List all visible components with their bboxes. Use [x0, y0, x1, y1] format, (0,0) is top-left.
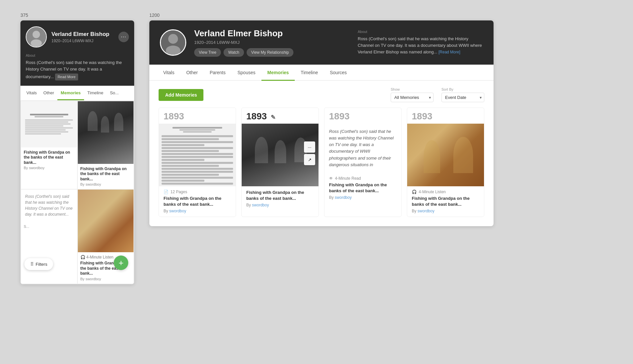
show-select-wrap: All Memories — [391, 93, 434, 102]
left-header-dates: 1920–2014 L6WW-MXJ — [51, 39, 114, 43]
memory-text: Ross (Corthel's son) said that he was wa… — [21, 190, 77, 221]
list-item: Fishing with Grandpa on the banks of the… — [21, 101, 77, 189]
right-about-label: About — [358, 30, 483, 34]
author-link-4[interactable]: swordboy — [417, 209, 434, 213]
memory-doc-image — [21, 101, 77, 147]
add-memory-button[interactable]: + — [114, 256, 128, 270]
view-my-relationship-button[interactable]: View My Relationship — [247, 48, 294, 57]
more-options-button[interactable]: ··· — [118, 32, 129, 42]
watch-button[interactable]: Watch — [224, 48, 244, 57]
nav-spouses[interactable]: Spouses — [231, 65, 261, 81]
table-row: 1893 — [159, 107, 236, 217]
left-nav: Vitals Other Memories Timeline So... — [20, 86, 134, 101]
memory-title-1: Fishing with Grandpa on the banks of the… — [164, 196, 231, 207]
author-link-1[interactable]: swordboy — [169, 209, 186, 213]
memory-info: Fishing with Grandpa on the banks of the… — [78, 164, 134, 189]
left-read-more-button[interactable]: Read More — [55, 74, 78, 80]
right-about-text: Ross (Corthel's son) said that he was wa… — [358, 36, 483, 55]
memory-author: By swordboy — [24, 166, 75, 170]
doc-icon-1: 📄 — [164, 190, 168, 194]
left-header-info: Verland Elmer Bishop 1920–2014 L6WW-MXJ — [51, 31, 114, 43]
doc-content — [162, 126, 233, 186]
memory-author: By swordboy — [80, 277, 131, 281]
memory-doc-image-1 — [159, 124, 236, 186]
about-text: Ross (Corthel's son) said that he was wa… — [26, 59, 129, 80]
edit-year-icon[interactable]: ✎ — [271, 114, 276, 121]
add-memories-button[interactable]: Add Memories — [159, 89, 203, 101]
dots-icon: ··· — [308, 145, 311, 150]
left-nav-sources[interactable]: So... — [106, 86, 122, 100]
nav-parents[interactable]: Parents — [204, 65, 231, 81]
memory-meta-2: Fishing with Grandpa on the banks of the… — [242, 186, 318, 211]
nav-timeline[interactable]: Timeline — [295, 65, 324, 81]
doc-pages-1: 12 Pages — [170, 190, 187, 194]
filters-button[interactable]: ⠿ Filters — [24, 258, 53, 270]
memory-author-1: By swordboy — [164, 209, 231, 213]
right-header: Verland Elmer Bishop 1920–2014 L6WW-MXJ … — [149, 20, 494, 65]
memory-year-3: 1893 — [324, 108, 401, 124]
audio-duration-4: 4-Minute Listen — [419, 190, 446, 194]
memory-meta-3: 👁 4-Minute Read Fishing with Grandpa on … — [324, 173, 401, 203]
right-header-name: Verland Elmer Bishop — [194, 28, 350, 39]
memory-info: S... — [21, 221, 77, 231]
share-icon: ↗ — [308, 157, 312, 162]
memory-year-4: 1893 — [407, 108, 484, 124]
right-nav: Vitals Other Parents Spouses Memories Ti… — [149, 65, 494, 81]
left-nav-other[interactable]: Other — [40, 86, 58, 100]
nav-other[interactable]: Other — [180, 65, 204, 81]
view-tree-button[interactable]: View Tree — [194, 48, 221, 57]
memory-info: Fishing with Grandpa on the banks of the… — [21, 147, 77, 173]
left-nav-timeline[interactable]: Timeline — [84, 86, 107, 100]
memory-meta-1: 📄 12 Pages Fishing with Grandpa on the b… — [159, 186, 236, 217]
svg-point-2 — [31, 40, 42, 47]
author-link-3[interactable]: swordboy — [335, 195, 351, 200]
memory-photo-wrapper-2: ··· ↗ — [242, 124, 318, 186]
audio-icon-4: 🎧 — [412, 190, 417, 194]
nav-vitals[interactable]: Vitals — [157, 65, 180, 81]
memories-grid: 1893 — [149, 107, 494, 226]
memory-text-content-3: Ross (Corthel's son) said that he was wa… — [324, 124, 401, 173]
table-row: 1893 Ross (Corthel's son) said that he w… — [324, 107, 402, 217]
sort-label: Sort By — [441, 87, 484, 91]
more-actions-button-2[interactable]: ··· — [304, 141, 315, 153]
memory-meta-4: 🎧 4-Minute Listen Fishing with Grandpa o… — [407, 186, 484, 217]
share-button-2[interactable]: ↗ — [304, 154, 315, 165]
memory-title: Fishing with Grandpa on the banks of the… — [80, 167, 131, 182]
toolbar-filters: Show All Memories Sort By Event Date — [391, 87, 484, 102]
memories-toolbar: Add Memories Show All Memories Sort By E… — [149, 81, 494, 107]
right-header-info: Verland Elmer Bishop 1920–2014 L6WW-MXJ … — [194, 28, 350, 57]
memory-photo-image-4 — [407, 124, 484, 186]
read-time-3: 4-Minute Read — [335, 176, 361, 181]
memory-year-1: 1893 — [159, 108, 236, 124]
list-item: Fishing with Grandpa on the banks of the… — [78, 101, 134, 189]
right-read-more-button[interactable]: [Read More] — [438, 50, 460, 54]
show-select[interactable]: All Memories — [391, 93, 434, 102]
right-header-buttons: View Tree Watch View My Relationship — [194, 48, 350, 57]
left-nav-memories[interactable]: Memories — [57, 86, 84, 100]
show-filter: Show All Memories — [391, 87, 434, 102]
memory-title-3: Fishing with Grandpa on the banks of the… — [329, 182, 397, 194]
sort-select[interactable]: Event Date — [441, 93, 484, 102]
sort-filter: Sort By Event Date — [441, 87, 484, 102]
author-link-2[interactable]: swordboy — [252, 203, 269, 207]
left-about-section: About Ross (Corthel's son) said that he … — [20, 53, 134, 86]
memory-author: By swordboy — [80, 182, 131, 186]
svg-point-1 — [33, 31, 40, 38]
left-panel-label: 375 — [20, 13, 28, 18]
right-panel: Verland Elmer Bishop 1920–2014 L6WW-MXJ … — [149, 20, 494, 226]
left-header: Verland Elmer Bishop 1920–2014 L6WW-MXJ … — [20, 20, 134, 53]
right-avatar — [160, 29, 186, 56]
left-avatar — [26, 26, 47, 47]
right-panel-label: 1200 — [149, 13, 160, 18]
left-nav-vitals[interactable]: Vitals — [23, 86, 40, 100]
nav-sources[interactable]: Sources — [324, 65, 352, 81]
filters-label: Filters — [36, 262, 47, 267]
right-header-about: About Ross (Corthel's son) said that he … — [358, 30, 483, 55]
memory-photo-image — [78, 101, 134, 164]
table-row: 1893 ✎ ··· ↗ Fishing with Grandpa — [241, 107, 319, 217]
read-icon-3: 👁 — [329, 176, 333, 181]
nav-memories[interactable]: Memories — [261, 65, 295, 81]
memory-author-3: By swordboy — [329, 195, 397, 200]
right-header-dates: 1920–2014 L6WW-MXJ — [194, 40, 350, 45]
about-label: About — [26, 53, 129, 57]
